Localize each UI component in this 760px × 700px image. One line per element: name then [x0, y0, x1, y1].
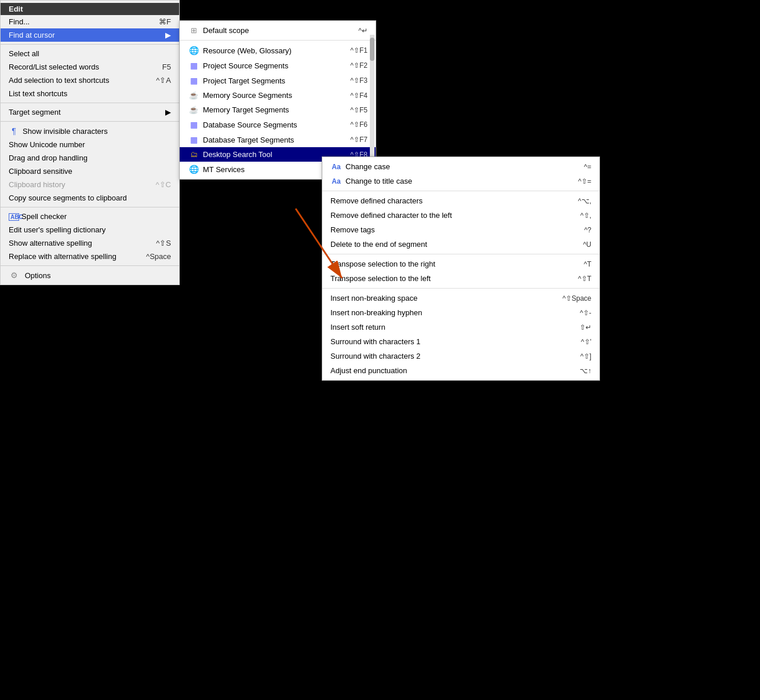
submenu-item-adjust-end-punct[interactable]: Adjust end punctuation ⌥↑ [322, 363, 599, 378]
submenu-item-change-title[interactable]: Aa Change to title case ^⇧= [322, 174, 599, 188]
submenu-item-memory-source-label: Memory Source Segments [203, 91, 292, 100]
submenu-item-transpose-right-shortcut: ^T [584, 260, 591, 268]
submenu-item-surround-2[interactable]: Surround with characters 2 ^⇧] [322, 349, 599, 363]
submenu-item-insert-nbhyphen[interactable]: Insert non-breaking hyphen ^⇧- [322, 305, 599, 320]
menu-item-spell-checker-label: Spell checker [21, 212, 67, 221]
memory-target-icon: ☕ [188, 105, 199, 114]
menu-item-record-list-shortcut: F5 [162, 63, 171, 71]
menu-item-target-segment-label: Target segment [9, 108, 61, 116]
menu-divider-1 [1, 44, 179, 45]
menu-item-copy-source[interactable]: Copy source segments to clipboard [1, 191, 179, 205]
menu-divider-4 [1, 207, 179, 207]
menu-item-drag-drop[interactable]: Drag and drop handling [1, 151, 179, 165]
menu-item-options[interactable]: ⚙ Options [1, 268, 179, 282]
menu-item-find[interactable]: Find... ⌘F [1, 15, 179, 28]
menu-item-record-list[interactable]: Record/List selected words F5 [1, 60, 179, 74]
submenu-item-remove-defined-left-label: Remove defined character to the left [330, 211, 452, 220]
menu-item-replace-alt-spelling[interactable]: Replace with alternative spelling ^Space [1, 250, 179, 263]
submenu-item-change-title-shortcut: ^⇧= [578, 177, 591, 185]
submenu-item-remove-tags[interactable]: Remove tags ^? [322, 223, 599, 237]
submenu-item-resource-web[interactable]: 🌐 Resource (Web, Glossary) ^⇧F1 [180, 43, 376, 58]
submenu-item-transpose-right-label: Transpose selection to the right [330, 260, 435, 268]
submenu-item-resource-web-shortcut: ^⇧F1 [350, 46, 368, 54]
submenu-item-insert-soft-return[interactable]: Insert soft return ⇧↵ [322, 320, 599, 334]
menu-item-show-unicode[interactable]: Show Unicode number [1, 138, 179, 151]
menu-item-list-shortcuts[interactable]: List text shortcuts [1, 87, 179, 100]
submenu-item-delete-end-shortcut: ^U [583, 240, 591, 249]
paragraph-icon: ¶ [9, 126, 19, 136]
menu-item-show-invisible[interactable]: ¶Show invisible characters [1, 124, 179, 138]
gear-icon: ⚙ [9, 271, 19, 280]
submenu-item-memory-target-label: Memory Target Segments [203, 105, 289, 114]
submenu-item-default-scope-label: Default scope [203, 26, 249, 35]
menu-item-find-at-cursor-label: Find at cursor [9, 31, 54, 39]
submenu-item-delete-end[interactable]: Delete to the end of segment ^U [322, 237, 599, 251]
menu-container: Edit Find... ⌘F Find at cursor ▶ Select … [0, 0, 180, 285]
menu-item-clipboard-sensitive-label: Clipboard sensitive [9, 167, 72, 176]
menu-item-record-list-label: Record/List selected words [9, 63, 99, 71]
menu-item-replace-alt-spelling-shortcut: ^Space [146, 252, 171, 261]
submenu-item-project-target[interactable]: ▦ Project Target Segments ^⇧F3 [180, 73, 376, 88]
submenu-item-insert-soft-return-shortcut: ⇧↵ [580, 323, 591, 331]
submenu-item-change-case-shortcut: ^= [584, 163, 591, 171]
menu-item-show-unicode-label: Show Unicode number [9, 140, 85, 149]
database-source-icon: ▦ [188, 120, 199, 129]
menu-item-show-alt-spelling-label: Show alternative spelling [9, 239, 92, 247]
submenu-item-remove-defined-chars-shortcut: ^⌥, [578, 197, 591, 205]
submenu-item-insert-nbsp[interactable]: Insert non-breaking space ^⇧Space [322, 291, 599, 305]
submenu-divider-1 [180, 40, 376, 41]
submenu-item-insert-nbsp-label: Insert non-breaking space [330, 294, 417, 302]
submenu-item-database-target[interactable]: ▦ Database Target Segments ^⇧F7 [180, 132, 376, 147]
submenu-item-remove-tags-label: Remove tags [330, 225, 375, 234]
submenu-item-remove-defined-left-shortcut: ^⇧, [580, 212, 591, 220]
submenu-item-surround-2-shortcut: ^⇧] [580, 352, 591, 360]
submenu-item-transpose-right[interactable]: Transpose selection to the right ^T [322, 257, 599, 271]
menu-divider-5 [1, 265, 179, 266]
submenu-item-default-scope[interactable]: ⊞ Default scope ^↵ [180, 23, 376, 38]
menu-item-add-selection[interactable]: Add selection to text shortcuts ^⇧A [1, 74, 179, 87]
submenu-item-change-case-label: Change case [346, 162, 390, 171]
submenu-item-database-source[interactable]: ▦ Database Source Segments ^⇧F6 [180, 117, 376, 132]
submenu-item-remove-defined-left[interactable]: Remove defined character to the left ^⇧, [322, 208, 599, 223]
menu-item-select-all[interactable]: Select all [1, 47, 179, 60]
menu-item-target-segment[interactable]: Target segment ▶ [1, 105, 179, 119]
submenu-item-memory-source[interactable]: ☕ Memory Source Segments ^⇧F4 [180, 88, 376, 103]
submenu-item-change-case[interactable]: Aa Change case ^= [322, 159, 599, 174]
submenu-item-remove-defined-chars-label: Remove defined characters [330, 196, 423, 205]
spell-icon: ABC [9, 213, 19, 221]
submenu-item-insert-nbhyphen-shortcut: ^⇧- [580, 309, 591, 317]
submenu-item-mt-services-label: MT Services [203, 165, 245, 174]
target-submenu-divider-2 [322, 254, 599, 254]
menu-item-find-at-cursor[interactable]: Find at cursor ▶ [1, 28, 179, 42]
submenu-item-transpose-left-label: Transpose selection to the left [330, 274, 431, 283]
database-target-icon: ▦ [188, 135, 199, 144]
menu-item-spell-checker[interactable]: ABCSpell checker [1, 210, 179, 223]
menu-item-options-label: Options [25, 271, 51, 280]
submenu-item-insert-nbhyphen-label: Insert non-breaking hyphen [330, 308, 422, 317]
scrollbar[interactable] [370, 35, 374, 165]
submenu-item-transpose-left[interactable]: Transpose selection to the left ^⇧T [322, 271, 599, 286]
submenu-item-project-source[interactable]: ▦ Project Source Segments ^⇧F2 [180, 58, 376, 73]
menu-item-clipboard-history: Clipboard history ^⇧C [1, 178, 179, 191]
submenu-item-project-source-label: Project Source Segments [203, 61, 288, 70]
menu-item-edit-spelling[interactable]: Edit user's spelling dictionary [1, 223, 179, 236]
change-title-icon: Aa [330, 177, 342, 185]
submenu-item-memory-source-shortcut: ^⇧F4 [350, 92, 368, 100]
submenu-item-desktop-search-label: Desktop Search Tool [203, 150, 272, 159]
submenu-item-surround-1[interactable]: Surround with characters 1 ^⇧' [322, 334, 599, 349]
find-at-cursor-submenu: ⊞ Default scope ^↵ 🌐 Resource (Web, Glos… [179, 20, 376, 180]
submenu-item-database-target-shortcut: ^⇧F7 [350, 136, 368, 144]
menu-item-replace-alt-spelling-label: Replace with alternative spelling [9, 252, 117, 261]
submenu-item-memory-target[interactable]: ☕ Memory Target Segments ^⇧F5 [180, 103, 376, 117]
menu-item-show-alt-spelling[interactable]: Show alternative spelling ^⇧S [1, 236, 179, 250]
menu-item-clipboard-sensitive[interactable]: Clipboard sensitive [1, 165, 179, 178]
menu-item-select-all-label: Select all [9, 49, 39, 58]
project-target-icon: ▦ [188, 76, 199, 85]
submenu-item-project-source-shortcut: ^⇧F2 [350, 61, 368, 70]
submenu-item-remove-defined-chars[interactable]: Remove defined characters ^⌥, [322, 194, 599, 208]
menu-item-find-shortcut: ⌘F [159, 17, 171, 26]
menu-divider-3 [1, 121, 179, 122]
scrollbar-thumb[interactable] [370, 38, 374, 61]
menu-divider-2 [1, 103, 179, 103]
target-segment-submenu: Aa Change case ^= Aa Change to title cas… [322, 156, 600, 381]
